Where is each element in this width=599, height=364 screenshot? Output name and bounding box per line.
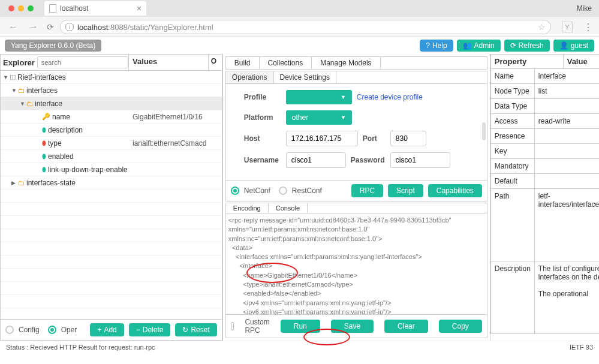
tree-row[interactable]: ⬮enabled	[1, 150, 222, 163]
explorer-tree[interactable]: ▼◫Rietf-interfaces▼🗀interfaces▼🗀interfac…	[0, 71, 222, 320]
tree-row[interactable]: ⬮description	[1, 124, 222, 137]
restconf-radio[interactable]	[279, 186, 287, 195]
tab-encoding[interactable]: Encoding	[226, 203, 269, 213]
script-button[interactable]: Script	[388, 184, 423, 197]
browser-tab[interactable]: localhost ×	[44, 1, 146, 16]
maximize-window-icon[interactable]	[28, 5, 34, 11]
property-row: Node Typelist	[490, 84, 599, 99]
site-info-icon[interactable]: i	[65, 23, 74, 31]
admin-button[interactable]: 👥Admin	[457, 40, 501, 52]
caret-icon[interactable]: ▼	[20, 101, 25, 107]
tree-row[interactable]: ⬮link-up-down-trap-enable	[1, 163, 222, 176]
encoding-footer: Custom RPC Run Save Clear Copy	[225, 315, 487, 338]
reload-icon[interactable]: ⟳	[47, 22, 54, 32]
config-radio[interactable]	[5, 326, 14, 334]
browser-user: Mike	[577, 4, 599, 13]
capabilities-button[interactable]: Capabilities	[428, 184, 482, 197]
users-icon: 👥	[463, 41, 472, 50]
tab-collections[interactable]: Collections	[260, 57, 312, 69]
property-key: Description	[491, 261, 535, 333]
tree-row[interactable]: 🔑nameGigabitEthernet1/0/16	[1, 110, 222, 124]
tab-console[interactable]: Console	[269, 203, 308, 213]
close-window-icon[interactable]	[8, 5, 14, 11]
reset-button[interactable]: ↻ Reset	[175, 323, 216, 336]
tree-row[interactable]: ▼🗀interfaces	[1, 84, 222, 97]
caret-icon[interactable]: ▼	[11, 88, 16, 94]
tree-label: interfaces	[26, 86, 58, 95]
profile-label: Profile	[244, 93, 281, 101]
caret-icon[interactable]: ▶	[11, 180, 16, 186]
add-button[interactable]: + Add	[90, 323, 124, 336]
property-row: DescriptionThe list of configured interf…	[490, 261, 599, 334]
copy-button[interactable]: Copy	[439, 320, 482, 333]
tree-row[interactable]: ▶🗀interfaces-state	[1, 176, 222, 189]
rpc-button[interactable]: RPC	[351, 184, 383, 197]
profile-dropdown[interactable]	[286, 90, 352, 104]
property-value: list	[535, 84, 599, 98]
password-input[interactable]	[390, 152, 450, 168]
tree-row[interactable]: ▼🗀interface	[1, 97, 222, 110]
netconf-radio[interactable]	[231, 186, 239, 195]
browser-chrome: localhost × Mike ← → ⟳ i localhost:8088/…	[0, 0, 599, 37]
oper-label: Oper	[61, 326, 77, 334]
menu-icon[interactable]: ⋮	[583, 22, 593, 33]
save-button[interactable]: Save	[331, 320, 374, 333]
create-profile-link[interactable]: Create device profile	[357, 93, 423, 101]
minimize-window-icon[interactable]	[18, 5, 24, 11]
url-input[interactable]: i localhost:8088/static/YangExplorer.htm…	[60, 20, 551, 34]
tab-build[interactable]: Build	[226, 57, 260, 69]
property-value: interface	[535, 69, 599, 83]
bookmark-icon[interactable]: ☆	[538, 22, 546, 32]
password-label: Password	[351, 156, 386, 164]
property-row: Data Type	[490, 99, 599, 114]
username-label: Username	[244, 156, 281, 164]
explorer-panel: Explorer Values O ▼◫Rietf-interfaces▼🗀in…	[0, 54, 223, 341]
caret-icon[interactable]: ▼	[3, 74, 8, 80]
op-header: O	[209, 55, 222, 70]
property-key: Node Type	[491, 84, 535, 98]
clear-button[interactable]: Clear	[384, 320, 428, 333]
run-button[interactable]: Run	[281, 320, 320, 333]
sub-tabs: Operations Device Settings	[225, 71, 487, 84]
folder-icon: 🗀	[18, 179, 25, 186]
custom-rpc-checkbox[interactable]	[231, 322, 234, 330]
form-scrollbar[interactable]	[482, 122, 486, 140]
help-button[interactable]: ?Help	[420, 40, 453, 52]
tree-label: link-up-down-trap-enable	[48, 166, 128, 174]
username-input[interactable]	[286, 152, 346, 168]
delete-button[interactable]: − Delete	[129, 323, 171, 336]
property-value	[535, 144, 599, 158]
platform-dropdown[interactable]: other	[286, 110, 352, 125]
property-value	[535, 129, 599, 143]
close-tab-icon[interactable]: ×	[137, 4, 142, 13]
value-col-header: Value	[564, 55, 599, 68]
tree-value: ianaift:ethernetCsmacd	[129, 139, 222, 148]
tab-operations[interactable]: Operations	[226, 71, 274, 83]
back-icon[interactable]: ←	[6, 22, 20, 32]
tree-row[interactable]: ▼◫Rietf-interfaces	[1, 71, 222, 84]
tab-title: localhost	[60, 4, 88, 13]
device-form: Profile Create device profile Platform o…	[225, 84, 487, 181]
tab-manage-models[interactable]: Manage Models	[312, 57, 380, 69]
port-input[interactable]	[390, 131, 426, 146]
property-value: ietf-interfaces/interfaces/interface	[535, 189, 599, 261]
extension-icon[interactable]: Y	[562, 22, 573, 32]
address-bar-row: ← → ⟳ i localhost:8088/static/YangExplor…	[0, 17, 599, 37]
search-input[interactable]	[37, 56, 128, 68]
property-key: Presence	[491, 129, 535, 143]
refresh-button[interactable]: ⟳Refresh	[504, 40, 550, 52]
property-key: Mandatory	[491, 159, 535, 173]
rpc-output[interactable]: <rpc-reply message-id="urn:uuid:cd8460c3…	[225, 213, 487, 315]
tree-label: interfaces-state	[26, 179, 76, 187]
tab-device-settings[interactable]: Device Settings	[274, 71, 336, 83]
reset-icon: ↻	[182, 326, 188, 334]
main-tabs: Build Collections Manage Models	[225, 56, 487, 70]
property-key: Access	[491, 114, 535, 128]
host-input[interactable]	[286, 131, 358, 146]
oper-radio[interactable]	[48, 326, 56, 334]
tree-row[interactable]: ⬮typeianaift:ethernetCsmacd	[1, 137, 222, 150]
forward-icon[interactable]: →	[26, 22, 41, 32]
explorer-footer: Config Oper + Add − Delete ↻ Reset	[0, 320, 222, 341]
guest-button[interactable]: 👤guest	[553, 40, 594, 52]
tree-label: Rietf-interfaces	[17, 73, 66, 82]
